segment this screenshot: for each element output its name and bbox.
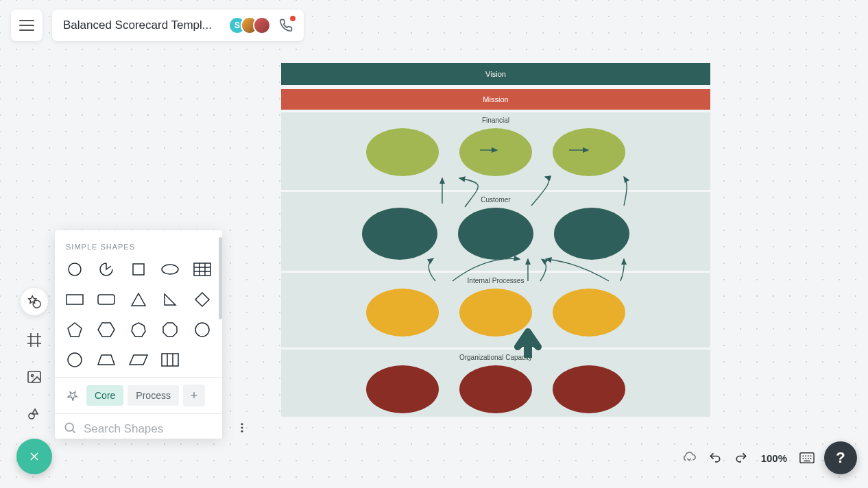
avatar-initial: S	[234, 21, 240, 30]
bottom-controls: 100% ?	[680, 441, 857, 474]
svg-rect-12	[162, 354, 178, 366]
svg-point-15	[241, 427, 243, 429]
pin-icon	[67, 390, 78, 401]
financial-oval-2[interactable]	[459, 128, 532, 176]
keyboard-icon	[799, 452, 815, 464]
add-tab-button[interactable]: +	[183, 385, 205, 406]
shape-hexagon[interactable]	[93, 318, 119, 341]
document-title-card: Balanced Scorecard Templ... S	[52, 10, 304, 41]
mission-label: Mission	[483, 95, 508, 103]
undo-button[interactable]	[706, 449, 724, 467]
customer-oval-1[interactable]	[362, 208, 437, 260]
svg-rect-9	[98, 295, 114, 304]
frame-tool-button[interactable]	[22, 328, 47, 352]
shape-triangle[interactable]	[125, 288, 152, 311]
shape-ellipse[interactable]	[157, 258, 183, 281]
internal-oval-3[interactable]	[553, 289, 625, 337]
shape-table[interactable]	[189, 258, 215, 281]
shape-octagon[interactable]	[157, 318, 183, 341]
keyboard-button[interactable]	[798, 449, 816, 467]
shapes-panel: SIMPLE SHAPES Core Process +	[55, 230, 222, 439]
shape-empty	[189, 348, 215, 371]
customer-oval-3[interactable]	[554, 208, 629, 260]
shape-square[interactable]	[125, 258, 152, 281]
section-internal[interactable]: Internal Processes	[281, 273, 710, 350]
hamburger-icon	[19, 20, 34, 31]
shape-arc[interactable]	[93, 258, 119, 281]
shapes-grid	[55, 255, 222, 377]
mission-band[interactable]: Mission	[281, 89, 710, 110]
section-financial[interactable]: Financial	[281, 112, 710, 192]
undo-icon	[708, 451, 722, 465]
shapes-tool-button[interactable]	[21, 288, 48, 315]
financial-oval-3[interactable]	[553, 128, 625, 176]
zoom-level[interactable]: 100%	[758, 452, 790, 464]
shape-nonagon[interactable]	[189, 318, 215, 341]
panel-scrollbar[interactable]	[219, 237, 222, 319]
top-bar: Balanced Scorecard Templ... S	[11, 10, 304, 41]
shape-right-triangle[interactable]	[157, 288, 183, 311]
svg-point-11	[68, 353, 82, 367]
image-icon	[26, 369, 43, 385]
close-icon	[27, 450, 41, 463]
section-customer[interactable]: Customer	[281, 192, 710, 273]
internal-oval-1[interactable]	[366, 289, 439, 337]
tab-process[interactable]: Process	[128, 385, 179, 406]
avatar-3[interactable]	[253, 16, 271, 34]
tab-core[interactable]: Core	[86, 385, 123, 406]
sync-button[interactable]	[680, 449, 698, 467]
svg-rect-1	[28, 371, 40, 382]
diagram-canvas-content[interactable]: Vision Mission Financial Customer Intern…	[281, 63, 710, 425]
shape-rounded-rect[interactable]	[93, 288, 119, 311]
financial-label: Financial	[281, 112, 710, 124]
organizational-label: Organizational Capacity	[281, 350, 710, 361]
shape-trapezoid[interactable]	[93, 348, 119, 371]
star-shape-icon	[27, 294, 42, 309]
redo-icon	[734, 451, 748, 465]
svg-point-4	[69, 263, 81, 276]
shapes-search-row	[55, 413, 222, 444]
organizational-oval-2[interactable]	[459, 365, 532, 413]
participants-group: S	[228, 16, 294, 34]
svg-point-16	[241, 430, 243, 432]
shape-heptagon[interactable]	[125, 318, 152, 341]
more-vertical-icon	[236, 422, 248, 434]
customer-label: Customer	[281, 192, 710, 204]
internal-label: Internal Processes	[281, 273, 710, 284]
call-button[interactable]	[278, 17, 294, 34]
cloud-icon	[682, 450, 697, 465]
draw-tool-button[interactable]	[22, 402, 47, 426]
svg-rect-8	[67, 295, 83, 304]
vision-band[interactable]: Vision	[281, 63, 710, 85]
svg-rect-7	[194, 263, 210, 276]
financial-oval-1[interactable]	[366, 128, 439, 176]
customer-oval-2[interactable]	[458, 208, 533, 260]
help-button[interactable]: ?	[824, 441, 857, 474]
svg-point-13	[65, 423, 73, 431]
more-button[interactable]	[236, 422, 248, 437]
menu-button[interactable]	[11, 10, 43, 41]
shape-circle[interactable]	[62, 258, 88, 281]
organizational-oval-3[interactable]	[553, 365, 625, 413]
frame-icon	[26, 332, 43, 348]
shapes-panel-header: SIMPLE SHAPES	[55, 230, 222, 255]
vision-label: Vision	[485, 70, 506, 78]
shapes-tabs: Core Process +	[55, 377, 222, 413]
svg-point-14	[241, 423, 243, 425]
organizational-oval-1[interactable]	[366, 365, 439, 413]
shape-decagon[interactable]	[62, 348, 88, 371]
document-title[interactable]: Balanced Scorecard Templ...	[63, 19, 212, 32]
search-input[interactable]	[84, 422, 229, 436]
close-panel-button[interactable]	[16, 439, 52, 474]
help-icon: ?	[836, 449, 845, 467]
internal-oval-2[interactable]	[459, 289, 532, 337]
shape-diamond[interactable]	[189, 288, 215, 311]
shape-parallelogram[interactable]	[125, 348, 152, 371]
pin-button[interactable]	[63, 386, 82, 405]
section-organizational[interactable]: Organizational Capacity	[281, 350, 710, 417]
shape-rectangle[interactable]	[62, 288, 88, 311]
shape-grid[interactable]	[157, 348, 183, 371]
shape-pentagon[interactable]	[62, 318, 88, 341]
image-tool-button[interactable]	[22, 365, 47, 389]
redo-button[interactable]	[732, 449, 750, 467]
